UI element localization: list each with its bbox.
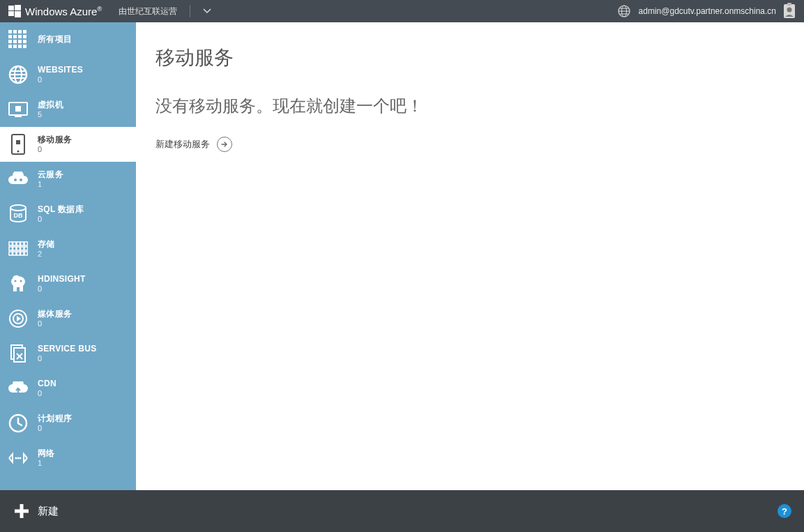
svg-text:DB: DB xyxy=(14,212,23,219)
sidebar-item-websites[interactable]: WEBSITES0 xyxy=(0,57,136,92)
arrow-right-circle-icon xyxy=(217,137,232,152)
svg-rect-37 xyxy=(16,140,20,144)
avatar-icon[interactable] xyxy=(780,2,798,20)
svg-point-70 xyxy=(17,457,20,459)
sidebar-item-count: 1 xyxy=(38,180,63,189)
create-mobile-service-link[interactable]: 新建移动服务 xyxy=(156,137,232,152)
servicebus-icon xyxy=(7,342,29,365)
svg-rect-61 xyxy=(13,286,17,291)
sidebar-item-label: SQL 数据库 xyxy=(38,205,84,215)
create-link-label: 新建移动服务 xyxy=(156,138,210,151)
svg-rect-21 xyxy=(13,40,17,43)
sidebar-item-grid[interactable]: 所有项目 xyxy=(0,22,136,57)
plus-icon xyxy=(13,502,31,520)
sidebar-item-cloud[interactable]: 云服务1 xyxy=(0,162,136,197)
svg-rect-48 xyxy=(9,247,13,250)
svg-rect-11 xyxy=(787,3,791,6)
sidebar-item-count: 0 xyxy=(38,284,86,294)
header-divider xyxy=(190,5,190,17)
sidebar-item-sql[interactable]: DBSQL 数据库0 xyxy=(0,197,136,231)
svg-rect-3 xyxy=(15,11,21,17)
svg-rect-34 xyxy=(15,106,21,112)
sidebar-item-count: 0 xyxy=(38,354,96,363)
svg-rect-20 xyxy=(8,40,12,43)
svg-rect-2 xyxy=(8,11,14,16)
svg-rect-46 xyxy=(21,242,24,245)
svg-rect-45 xyxy=(17,242,20,245)
svg-rect-50 xyxy=(17,247,20,250)
sidebar: 所有项目WEBSITES0虚拟机5移动服务0云服务1DBSQL 数据库0存储2H… xyxy=(0,22,136,490)
globe-icon[interactable] xyxy=(618,5,630,17)
sidebar-item-count: 1 xyxy=(38,459,55,468)
windows-logo-icon xyxy=(8,5,21,17)
page-title: 移动服务 xyxy=(156,45,784,71)
svg-rect-54 xyxy=(13,252,17,255)
help-icon[interactable]: ? xyxy=(778,504,791,518)
svg-marker-65 xyxy=(17,316,21,321)
sidebar-item-mobile[interactable]: 移动服务0 xyxy=(0,127,136,162)
sidebar-item-network[interactable]: 网络1 xyxy=(0,441,136,476)
brand-text: Windows Azure® xyxy=(25,6,102,17)
svg-rect-12 xyxy=(8,30,12,33)
sidebar-item-label: HDINSIGHT xyxy=(38,275,86,284)
main-content: 移动服务 没有移动服务。现在就创建一个吧！ 新建移动服务 xyxy=(136,22,804,490)
sidebar-item-media[interactable]: 媒体服务0 xyxy=(0,301,136,336)
svg-rect-51 xyxy=(21,247,24,250)
svg-point-41 xyxy=(10,205,26,211)
new-button-label: 新建 xyxy=(38,505,59,518)
svg-rect-16 xyxy=(8,35,12,38)
sidebar-item-label: 所有项目 xyxy=(38,35,72,45)
sub-brand-text: 由世纪互联运营 xyxy=(119,6,177,17)
svg-rect-52 xyxy=(24,247,28,250)
svg-rect-15 xyxy=(23,30,26,33)
svg-rect-17 xyxy=(13,35,17,38)
svg-point-10 xyxy=(787,8,792,13)
sidebar-item-count: 0 xyxy=(38,215,84,224)
user-email[interactable]: admin@gdcutv.partner.onmschina.cn xyxy=(639,6,776,16)
sidebar-item-storage[interactable]: 存储2 xyxy=(0,231,136,266)
sidebar-item-label: SERVICE BUS xyxy=(38,344,96,354)
svg-point-58 xyxy=(11,276,25,287)
svg-rect-23 xyxy=(23,40,26,43)
sidebar-item-label: 媒体服务 xyxy=(38,310,72,319)
sidebar-item-count: 2 xyxy=(38,250,55,259)
svg-rect-47 xyxy=(24,242,28,245)
svg-rect-53 xyxy=(9,252,13,255)
sidebar-item-label: 计划程序 xyxy=(38,414,72,424)
sidebar-item-label: 虚拟机 xyxy=(38,100,63,110)
svg-point-40 xyxy=(20,178,22,181)
svg-rect-56 xyxy=(21,252,24,255)
svg-rect-19 xyxy=(23,35,26,38)
network-icon xyxy=(7,447,29,469)
websites-icon xyxy=(7,63,29,86)
sidebar-item-label: 移动服务 xyxy=(38,135,72,145)
sidebar-item-hdinsight[interactable]: HDINSIGHT0 xyxy=(0,266,136,301)
svg-point-39 xyxy=(14,178,17,181)
new-button[interactable]: 新建 xyxy=(13,502,59,520)
footer-bar: 新建 ? xyxy=(0,490,804,532)
sidebar-item-servicebus[interactable]: SERVICE BUS0 xyxy=(0,336,136,371)
svg-rect-22 xyxy=(18,40,22,43)
sql-icon: DB xyxy=(7,203,29,225)
sidebar-item-label: 网络 xyxy=(38,449,55,459)
svg-rect-57 xyxy=(24,252,28,255)
svg-rect-14 xyxy=(18,30,22,33)
empty-state-message: 没有移动服务。现在就创建一个吧！ xyxy=(156,95,784,117)
brand-block[interactable]: Windows Azure® 由世纪互联运营 xyxy=(6,5,211,17)
sidebar-item-scheduler[interactable]: 计划程序0 xyxy=(0,406,136,441)
mobile-icon xyxy=(7,133,29,155)
svg-point-38 xyxy=(17,151,20,153)
svg-point-71 xyxy=(20,457,22,459)
sidebar-item-count: 0 xyxy=(38,75,83,84)
svg-rect-13 xyxy=(13,30,17,33)
sidebar-item-count: 0 xyxy=(38,319,72,328)
cdn-icon xyxy=(7,377,29,400)
sidebar-item-vm[interactable]: 虚拟机5 xyxy=(0,92,136,127)
svg-rect-43 xyxy=(9,242,13,245)
sidebar-item-count: 0 xyxy=(38,389,56,398)
svg-point-59 xyxy=(15,280,17,282)
chevron-down-icon[interactable] xyxy=(203,7,211,15)
svg-rect-26 xyxy=(18,45,22,48)
storage-icon xyxy=(7,238,29,260)
sidebar-item-cdn[interactable]: CDN0 xyxy=(0,371,136,406)
